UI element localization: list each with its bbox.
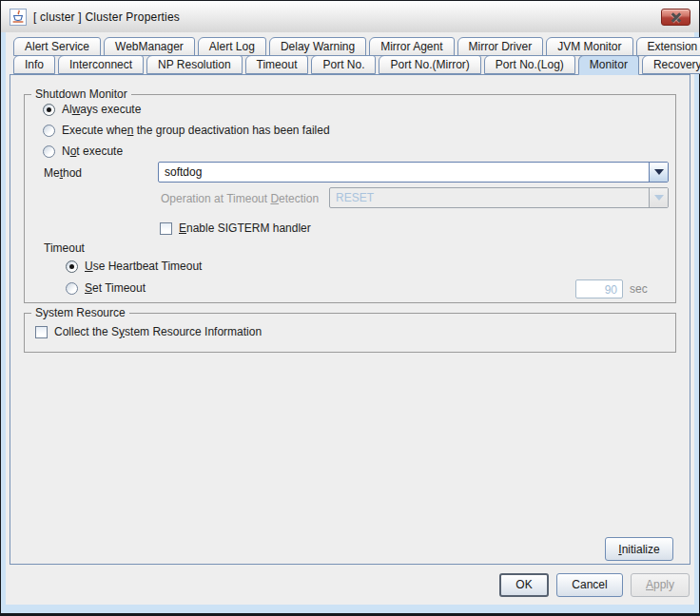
tab-webmanager[interactable]: WebManager bbox=[104, 37, 195, 56]
radio-label: Always execute bbox=[62, 103, 141, 116]
window-frame: Alert Service WebManager Alert Log Delay… bbox=[1, 32, 699, 613]
radio-unchecked-icon bbox=[66, 282, 78, 295]
radio-always-execute[interactable]: Always execute bbox=[43, 103, 141, 116]
close-icon bbox=[671, 11, 682, 23]
window-title: [ cluster ] Cluster Properties bbox=[33, 10, 180, 24]
tab-port-no-mirror[interactable]: Port No.(Mirror) bbox=[379, 55, 480, 74]
group-title: System Resource bbox=[31, 306, 129, 319]
radio-label: Set Timeout bbox=[85, 281, 146, 295]
checkbox-unchecked-icon bbox=[160, 222, 172, 235]
radio-label: Execute when the group deactivation has … bbox=[62, 124, 330, 137]
tab-jvm-monitor[interactable]: JVM Monitor bbox=[546, 37, 632, 56]
chevron-down-icon bbox=[654, 195, 664, 201]
radio-unchecked-icon bbox=[43, 125, 55, 137]
chevron-down-icon bbox=[654, 169, 664, 175]
tab-mirror-agent[interactable]: Mirror Agent bbox=[369, 37, 454, 56]
radio-label: Not execute bbox=[62, 144, 123, 158]
client-area: Alert Service WebManager Alert Log Delay… bbox=[6, 32, 694, 605]
dialog-button-bar: OK Cancel Apply bbox=[6, 565, 694, 605]
apply-button: Apply bbox=[631, 573, 690, 597]
ok-button[interactable]: OK bbox=[499, 573, 549, 597]
timeout-section-label: Timeout bbox=[44, 241, 85, 255]
operation-at-timeout-detection-combobox: RESET bbox=[329, 187, 669, 208]
tab-port-no[interactable]: Port No. bbox=[311, 55, 376, 74]
set-timeout-value-field: 90 bbox=[575, 279, 623, 298]
operation-at-timeout-detection-label: Operation at Timeout Detection bbox=[161, 192, 319, 205]
radio-label: Use Heartbeat Timeout bbox=[85, 260, 202, 273]
enable-sigterm-handler-checkbox[interactable]: Enable SIGTERM handler bbox=[160, 221, 311, 235]
radio-checked-icon bbox=[43, 104, 55, 116]
tab-extension[interactable]: Extension bbox=[636, 37, 700, 56]
tab-recovery[interactable]: Recovery bbox=[642, 55, 700, 74]
radio-use-heartbeat-timeout[interactable]: Use Heartbeat Timeout bbox=[66, 260, 202, 273]
checkbox-unchecked-icon bbox=[35, 326, 48, 338]
tab-info[interactable]: Info bbox=[13, 55, 55, 74]
tab-alert-log[interactable]: Alert Log bbox=[198, 37, 266, 56]
method-label: Method bbox=[44, 166, 82, 180]
tab-np-resolution[interactable]: NP Resolution bbox=[146, 55, 243, 74]
titlebar: [ cluster ] Cluster Properties bbox=[1, 1, 699, 32]
method-combobox-value: softdog bbox=[159, 163, 649, 182]
tab-monitor[interactable]: Monitor bbox=[578, 55, 639, 75]
method-combobox-arrow-button[interactable] bbox=[649, 163, 668, 182]
operation-combobox-arrow-button bbox=[649, 188, 668, 207]
collect-system-resource-checkbox[interactable]: Collect the System Resource Information bbox=[35, 325, 262, 338]
system-resource-group: System Resource Collect the System Resou… bbox=[24, 313, 676, 353]
java-application-icon bbox=[10, 9, 27, 26]
tab-port-no-log[interactable]: Port No.(Log) bbox=[484, 55, 575, 74]
group-title: Shutdown Monitor bbox=[31, 87, 131, 101]
tab-delay-warning[interactable]: Delay Warning bbox=[269, 37, 366, 56]
radio-checked-icon bbox=[66, 260, 78, 273]
cancel-button[interactable]: Cancel bbox=[556, 573, 623, 597]
close-button[interactable] bbox=[661, 9, 690, 26]
radio-unchecked-icon bbox=[43, 145, 55, 158]
method-combobox[interactable]: softdog bbox=[158, 162, 669, 183]
tab-mirror-driver[interactable]: Mirror Driver bbox=[457, 37, 544, 56]
shutdown-monitor-group: Shutdown Monitor Always execute Execute … bbox=[24, 94, 676, 303]
initialize-button[interactable]: Initialize bbox=[605, 537, 673, 561]
tab-interconnect[interactable]: Interconnect bbox=[58, 55, 144, 74]
tab-row-upper: Alert Service WebManager Alert Log Delay… bbox=[6, 37, 694, 56]
tab-row-lower: Info Interconnect NP Resolution Timeout … bbox=[6, 55, 694, 74]
cluster-properties-window: [ cluster ] Cluster Properties Alert Ser… bbox=[0, 0, 700, 616]
radio-not-execute[interactable]: Not execute bbox=[43, 144, 123, 158]
checkbox-label: Collect the System Resource Information bbox=[54, 325, 262, 338]
checkbox-label: Enable SIGTERM handler bbox=[179, 221, 311, 235]
radio-set-timeout[interactable]: Set Timeout bbox=[66, 281, 146, 295]
radio-execute-when-group-deactivation-failed[interactable]: Execute when the group deactivation has … bbox=[43, 124, 330, 137]
monitor-tab-panel: Shutdown Monitor Always execute Execute … bbox=[10, 74, 690, 565]
operation-combobox-value: RESET bbox=[330, 188, 649, 207]
timeout-unit-label: sec bbox=[630, 282, 648, 296]
tab-alert-service[interactable]: Alert Service bbox=[13, 37, 101, 56]
tab-timeout[interactable]: Timeout bbox=[245, 55, 309, 74]
